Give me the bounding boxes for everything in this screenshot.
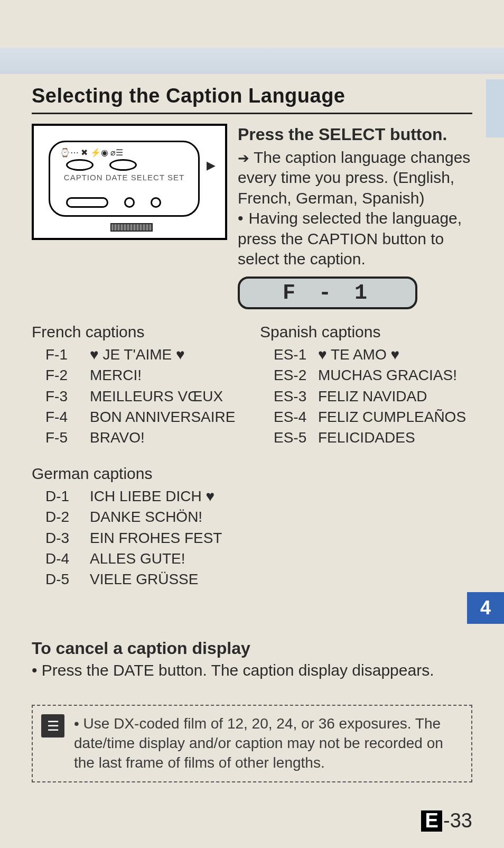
caption-code: ES-5 xyxy=(274,427,310,448)
note-body: • Use DX-coded film of 12, 20, 24, or 36… xyxy=(74,714,461,773)
note-box: ☰ • Use DX-coded film of 12, 20, 24, or … xyxy=(32,705,472,782)
caption-code: ES-4 xyxy=(274,407,310,427)
caption-text: ALLES GUTE! xyxy=(90,548,185,569)
camera-button-oval xyxy=(66,159,94,171)
caption-code: D-5 xyxy=(45,569,81,589)
caption-text: FELIZ NAVIDAD xyxy=(318,386,427,407)
heading-rule xyxy=(32,113,472,114)
german-captions-title: German captions xyxy=(32,463,244,485)
caption-text: ICH LIEBE DICH ♥ xyxy=(90,486,214,506)
note-icon: ☰ xyxy=(41,714,64,738)
caption-text: MERCI! xyxy=(90,365,142,385)
spanish-captions-list: ES-1♥ TE AMO ♥ ES-2MUCHAS GRACIAS! ES-3F… xyxy=(260,344,472,448)
camera-top-icons: ⌚⋯ ✖ ⚡◉ ⌀☰ xyxy=(60,148,189,158)
decorative-stripe xyxy=(486,79,504,137)
caption-text: DANKE SCHÖN! xyxy=(90,506,202,527)
camera-button-circle xyxy=(151,197,161,208)
lcd-display: F - 1 xyxy=(238,276,417,309)
caption-text: BON ANNIVERSAIRE xyxy=(90,407,235,427)
play-indicator-icon: ▶ xyxy=(207,159,216,172)
caption-code: D-2 xyxy=(45,506,81,527)
camera-shutter xyxy=(110,223,153,232)
cancel-heading: To cancel a caption display xyxy=(32,637,472,660)
page-number: E-33 xyxy=(421,809,472,832)
camera-button-circle xyxy=(124,197,135,208)
caption-text: ♥ TE AMO ♥ xyxy=(318,344,399,365)
caption-text: FELICIDADES xyxy=(318,427,415,448)
caption-text: MUCHAS GRACIAS! xyxy=(318,365,457,385)
caption-code: ES-2 xyxy=(274,365,310,385)
spanish-captions-title: Spanish captions xyxy=(260,321,472,343)
caption-code: ES-1 xyxy=(274,344,310,365)
chapter-tab: 4 xyxy=(467,592,504,624)
caption-text: BRAVO! xyxy=(90,427,145,448)
cancel-body: • Press the DATE button. The caption dis… xyxy=(32,660,472,681)
camera-figure: ⌚⋯ ✖ ⚡◉ ⌀☰ CAPTION DATE SELECT SET ▶ xyxy=(32,124,227,240)
caption-code: F-1 xyxy=(45,344,81,365)
caption-text: FELIZ CUMPLEAÑOS xyxy=(318,407,466,427)
caption-code: F-3 xyxy=(45,386,81,407)
page-prefix: E xyxy=(421,810,442,832)
caption-text: VIELE GRÜSSE xyxy=(90,569,198,589)
caption-code: F-5 xyxy=(45,427,81,448)
caption-text: MEILLEURS VŒUX xyxy=(90,386,223,407)
french-captions-list: F-1♥ JE T'AIME ♥ F-2MERCI! F-3MEILLEURS … xyxy=(32,344,244,448)
caption-text: EIN FROHES FEST xyxy=(90,528,222,548)
camera-mid-labels: CAPTION DATE SELECT SET xyxy=(50,173,198,182)
instruction-dot-line: Having selected the language, press the … xyxy=(238,208,472,269)
camera-button-long-oval xyxy=(66,197,108,208)
french-captions-title: French captions xyxy=(32,321,244,343)
caption-code: D-3 xyxy=(45,528,81,548)
caption-code: D-4 xyxy=(45,548,81,569)
instruction-arrow-line: The caption language changes every time … xyxy=(238,148,472,208)
caption-code: F-2 xyxy=(45,365,81,385)
page-num-value: -33 xyxy=(443,809,472,832)
instruction-heading: Press the SELECT button. xyxy=(238,124,472,145)
caption-code: ES-3 xyxy=(274,386,310,407)
german-captions-list: D-1ICH LIEBE DICH ♥ D-2DANKE SCHÖN! D-3E… xyxy=(32,486,244,589)
camera-button-oval xyxy=(109,159,137,171)
caption-code: D-1 xyxy=(45,486,81,506)
decorative-band xyxy=(0,48,504,74)
caption-code: F-4 xyxy=(45,407,81,427)
caption-text: ♥ JE T'AIME ♥ xyxy=(90,344,185,365)
page-title: Selecting the Caption Language xyxy=(32,85,472,107)
